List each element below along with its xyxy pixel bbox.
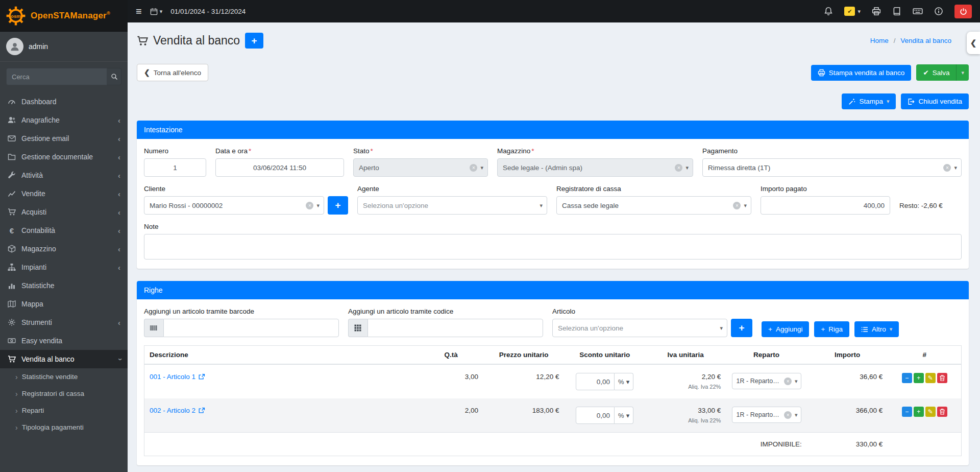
sidebar-item-contabilita[interactable]: € Contabilità ‹ <box>0 221 128 240</box>
increase-qty-button[interactable]: + <box>914 407 924 417</box>
sidebar-item-gestione-documentale[interactable]: Gestione documentale ‹ <box>0 148 128 166</box>
save-button[interactable]: ✔ Salva <box>916 64 956 81</box>
sidebar-item-attivita[interactable]: Attività ‹ <box>0 166 128 184</box>
stato-select[interactable]: Aperto × ▾ <box>353 158 488 177</box>
discount-input[interactable] <box>576 407 615 424</box>
trash-icon <box>939 374 946 382</box>
discount-type-select[interactable]: %▾ <box>615 407 633 424</box>
numero-input[interactable] <box>144 158 206 177</box>
clear-icon[interactable]: × <box>784 411 792 419</box>
external-link-icon <box>198 407 205 414</box>
delete-row-button[interactable] <box>937 407 947 417</box>
clear-icon[interactable]: × <box>306 202 313 209</box>
new-sale-button[interactable]: + <box>245 33 263 49</box>
pagamento-label: Pagamento <box>702 147 962 155</box>
add-cliente-button[interactable]: + <box>328 196 348 215</box>
increase-qty-button[interactable]: + <box>914 373 924 383</box>
reparto-select[interactable]: 1R - Reparto 1... × ▾ <box>732 373 801 389</box>
sidebar-item-vendite[interactable]: Vendite ‹ <box>0 184 128 203</box>
col-header-sconto: Sconto unitario <box>564 346 645 365</box>
decrease-qty-button[interactable]: − <box>902 407 912 417</box>
search-button[interactable] <box>107 68 121 85</box>
clear-icon[interactable]: × <box>675 164 682 172</box>
sidebar-item-vendita-al-banco[interactable]: Vendita al banco ‹ <box>0 350 128 368</box>
caret-down-icon: ▾ <box>160 8 163 15</box>
riga-button[interactable]: + Riga <box>814 321 849 337</box>
sidebar-subitem-tipologia-pagamenti[interactable]: › Tipologia pagamenti <box>0 419 128 436</box>
data-ora-input[interactable] <box>215 158 344 177</box>
barcode-input[interactable] <box>163 319 339 337</box>
vat-cell: 2,20 € <box>702 373 721 381</box>
logout-button[interactable] <box>954 5 972 18</box>
manual-button[interactable] <box>892 7 901 16</box>
info-button[interactable] <box>934 7 943 16</box>
sidebar-item-statistiche[interactable]: Statistiche <box>0 276 128 295</box>
date-range-picker[interactable]: ▾ <box>150 8 163 15</box>
sidebar-item-easy-vendita[interactable]: Easy vendita <box>0 332 128 350</box>
row-actions: − + ✎ <box>902 407 947 417</box>
save-dropdown-button[interactable]: ▾ <box>956 64 969 81</box>
discount-type-select[interactable]: %▾ <box>615 373 633 390</box>
sidebar-item-impianti[interactable]: Impianti ‹ <box>0 258 128 276</box>
breadcrumb-current-link[interactable]: Vendita al banco <box>900 37 951 44</box>
sidebar-item-gestione-email[interactable]: Gestione email ‹ <box>0 129 128 148</box>
services-status-button[interactable]: ✔ ▾ <box>844 7 861 16</box>
sidebar-item-acquisti[interactable]: Acquisti ‹ <box>0 203 128 221</box>
chevron-left-icon: ‹ <box>118 245 120 253</box>
sidebar-subitem-registratori-di-cassa[interactable]: › Registratori di cassa <box>0 385 128 402</box>
agente-select[interactable]: Seleziona un'opzione ▾ <box>357 196 547 215</box>
print-dropdown-button[interactable]: Stampa ▾ <box>842 93 896 109</box>
pagamento-select[interactable]: Rimessa diretta (1T) × ▾ <box>702 158 962 177</box>
print-button[interactable] <box>872 7 881 16</box>
clear-icon[interactable]: × <box>470 164 477 172</box>
brand[interactable]: osm OpenSTAManager® <box>0 0 128 32</box>
clear-icon[interactable]: × <box>733 202 741 209</box>
decrease-qty-button[interactable]: − <box>902 373 912 383</box>
magazzino-select[interactable]: Sede legale - (Admin spa) × ▾ <box>497 158 693 177</box>
sidebar-item-anagrafiche[interactable]: Anagrafiche ‹ <box>0 111 128 129</box>
breadcrumb-home-link[interactable]: Home <box>870 37 889 44</box>
edit-row-button[interactable]: ✎ <box>925 373 936 383</box>
articolo-select[interactable]: Seleziona un'opzione ▾ <box>552 319 727 337</box>
sidebar-item-dashboard[interactable]: Dashboard <box>0 92 128 111</box>
close-sale-button[interactable]: Chiudi vendita <box>901 93 969 109</box>
clear-icon[interactable]: × <box>784 377 792 385</box>
note-input[interactable] <box>144 234 962 259</box>
sidebar-subitem-reparti[interactable]: › Reparti <box>0 402 128 419</box>
sidebar-item-label: Magazzino <box>21 245 113 253</box>
sidebar-item-strumenti[interactable]: Strumenti ‹ <box>0 313 128 332</box>
cliente-select[interactable]: Mario Rossi - 00000002 × ▾ <box>144 196 324 215</box>
importo-pagato-label: Importo pagato <box>761 185 890 193</box>
altro-dropdown-button[interactable]: Altro ▾ <box>854 321 899 337</box>
chevron-down-icon: ‹ <box>115 358 124 361</box>
importo-pagato-input[interactable] <box>761 196 890 215</box>
article-link[interactable]: 001 - Articolo 1 <box>150 373 205 381</box>
registratore-select[interactable]: Cassa sede legale × ▾ <box>556 196 751 215</box>
plus-icon: + <box>335 200 340 211</box>
date-range-label: 01/01/2024 - 31/12/2024 <box>170 8 246 15</box>
delete-row-button[interactable] <box>937 373 947 383</box>
add-articolo-button[interactable]: + <box>731 319 752 337</box>
data-ora-label: Data e ora <box>215 147 344 155</box>
article-link[interactable]: 002 - Articolo 2 <box>150 407 205 414</box>
discount-input[interactable] <box>576 373 615 390</box>
caret-down-icon: ▾ <box>720 325 723 332</box>
col-header-importo: Importo <box>807 346 888 365</box>
shortcuts-button[interactable] <box>913 6 923 16</box>
edit-row-button[interactable]: ✎ <box>925 407 936 417</box>
print-sale-button[interactable]: Stampa vendita al banco <box>811 65 912 81</box>
sidebar-toggle-button[interactable]: ≡ <box>136 6 142 16</box>
clear-icon[interactable]: × <box>943 164 951 172</box>
sidebar-item-magazzino[interactable]: Magazzino ‹ <box>0 240 128 258</box>
sidebar-item-mappa[interactable]: Mappa <box>0 295 128 313</box>
codice-input[interactable] <box>368 319 543 337</box>
reparto-select[interactable]: 1R - Reparto 1... × ▾ <box>732 407 801 423</box>
gear-icon <box>7 318 16 326</box>
chevron-left-icon: ‹ <box>118 318 120 327</box>
notifications-button[interactable] <box>824 7 833 16</box>
right-panel-toggle[interactable]: ❮ <box>967 32 980 54</box>
sidebar-subitem-statistiche-vendite[interactable]: › Statistiche vendite <box>0 368 128 385</box>
aggiungi-button[interactable]: + Aggiungi <box>762 321 809 337</box>
back-to-list-button[interactable]: ❮ Torna all'elenco <box>137 64 208 81</box>
search-input[interactable] <box>6 68 107 85</box>
